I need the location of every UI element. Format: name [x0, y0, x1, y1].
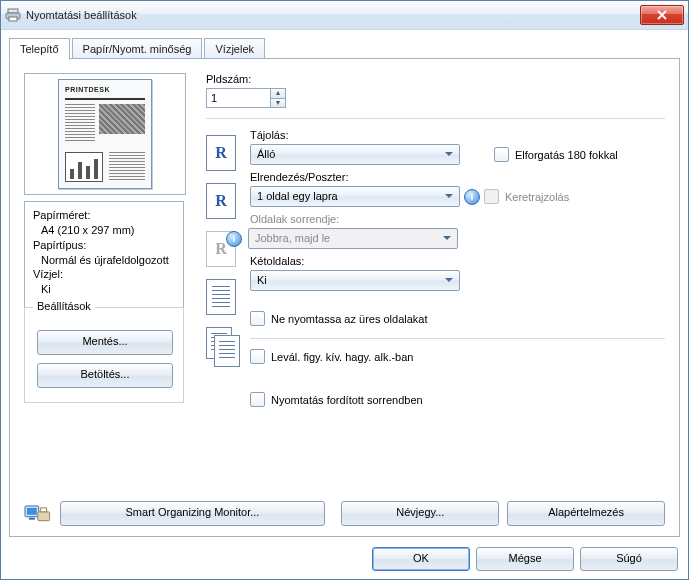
window-title: Nyomtatási beállítások: [26, 9, 640, 21]
svg-rect-5: [29, 517, 35, 519]
options-column: Pldszám: ▲ ▼ R R R: [206, 73, 665, 522]
tab-install[interactable]: Telepítő: [9, 38, 70, 60]
svg-rect-6: [38, 512, 50, 521]
tabstrip: Telepítő Papír/Nyomt. minőség Vízjelek: [9, 37, 680, 59]
cancel-button[interactable]: Mégse: [476, 547, 574, 571]
orientation-label: Tájolás:: [250, 129, 665, 141]
multipage-stack-icon: [206, 327, 240, 367]
svg-rect-0: [8, 9, 18, 13]
close-button[interactable]: [640, 5, 684, 25]
defaults-button[interactable]: Alapértelmezés: [507, 501, 665, 526]
help-button[interactable]: Súgó: [580, 547, 678, 571]
duplex-lines-icon: [206, 279, 236, 315]
monitor-printer-icon: [24, 502, 52, 526]
rotate-180-checkbox[interactable]: Elforgatás 180 fokkal: [494, 147, 618, 162]
copies-label: Pldszám:: [206, 73, 665, 85]
settings-legend: Beállítások: [33, 300, 95, 312]
tab-page-install: PRINTDESK Papírméret: A4 (210 x 297 mm) …: [9, 58, 680, 537]
load-button[interactable]: Betöltés...: [37, 363, 173, 388]
page-preview: PRINTDESK: [24, 73, 186, 195]
paper-type-value: Normál és újrafeldolgozott: [33, 253, 175, 268]
orientation-r-icon: R: [206, 135, 236, 171]
duplex-label: Kétoldalas:: [250, 255, 665, 267]
about-button[interactable]: Névjegy...: [341, 501, 499, 526]
reverse-order-checkbox[interactable]: Nyomtatás fordított sorrendben: [250, 392, 423, 407]
print-settings-window: Nyomtatási beállítások Telepítő Papír/Ny…: [0, 0, 689, 580]
copies-spinner: ▲ ▼: [206, 88, 665, 108]
paper-type-label: Papírtípus:: [33, 238, 175, 253]
skip-blank-checkbox[interactable]: Ne nyomtassa az üres oldalakat: [250, 311, 428, 326]
preview-header: PRINTDESK: [65, 86, 145, 100]
paper-info-box: Papírméret: A4 (210 x 297 mm) Papírtípus…: [24, 201, 184, 308]
divider: [206, 118, 665, 119]
duplex-combo[interactable]: Ki: [250, 270, 460, 291]
layout-r-icon: R: [206, 183, 236, 219]
watermark-label: Vízjel:: [33, 267, 175, 282]
svg-rect-7: [41, 508, 47, 512]
manual-duplex-checkbox[interactable]: Levál. figy. kív. hagy. alk.-ban: [250, 349, 413, 364]
tab-paper-quality[interactable]: Papír/Nyomt. minőség: [72, 38, 203, 59]
save-button[interactable]: Mentés...: [37, 330, 173, 355]
info-icon-pageorder[interactable]: i: [226, 231, 242, 247]
copies-down-button[interactable]: ▼: [270, 98, 286, 109]
layout-icons-column: R R R: [206, 135, 242, 409]
tab-bottom-row: Smart Organizing Monitor... Névjegy... A…: [24, 501, 665, 526]
watermark-value: Ki: [33, 282, 175, 297]
settings-group: Beállítások Mentés... Betöltés...: [24, 307, 184, 403]
paper-size-label: Papírméret:: [33, 208, 175, 223]
ok-button[interactable]: OK: [372, 547, 470, 571]
dialog-buttons: OK Mégse Súgó: [372, 547, 678, 571]
paper-size-value: A4 (210 x 297 mm): [33, 223, 175, 238]
page-order-label: Oldalak sorrendje:: [250, 213, 665, 225]
smart-organizing-monitor-button[interactable]: Smart Organizing Monitor...: [60, 501, 326, 526]
tab-watermarks[interactable]: Vízjelek: [204, 38, 265, 59]
divider-2: [250, 338, 665, 339]
copies-up-button[interactable]: ▲: [270, 88, 286, 98]
info-icon[interactable]: i: [464, 189, 480, 205]
client-area: Telepítő Papír/Nyomt. minőség Vízjelek P…: [9, 37, 680, 537]
svg-rect-4: [27, 508, 37, 515]
orientation-combo[interactable]: Álló: [250, 144, 460, 165]
layout-combo[interactable]: 1 oldal egy lapra: [250, 186, 460, 207]
preview-page-icon: PRINTDESK: [58, 79, 152, 189]
svg-rect-2: [9, 17, 17, 21]
copies-input[interactable]: [206, 88, 270, 108]
printer-icon: [5, 7, 21, 23]
layout-label: Elrendezés/Poszter:: [250, 171, 665, 183]
titlebar: Nyomtatási beállítások: [1, 1, 688, 30]
frame-checkbox: Keretrajzolás: [484, 189, 569, 204]
page-order-combo: Jobbra, majd le: [248, 228, 458, 249]
